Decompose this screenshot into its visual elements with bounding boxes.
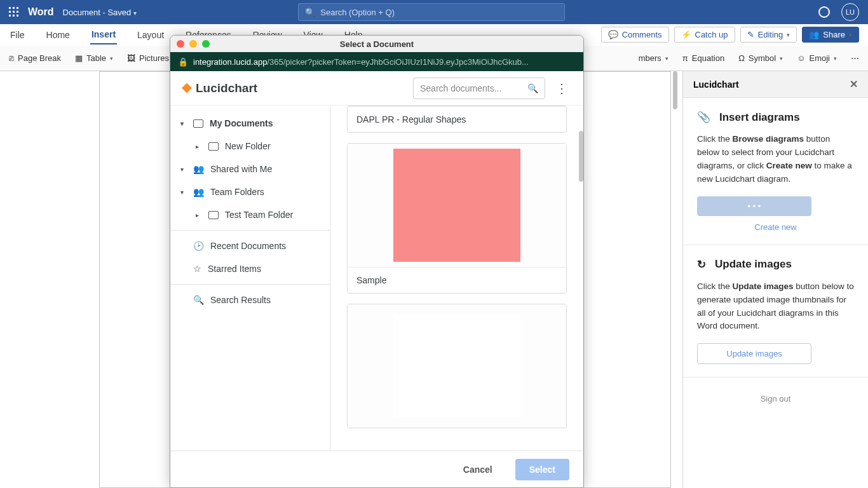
symbol-button[interactable]: ΩSymbol▾ xyxy=(738,53,783,63)
dialog-titlebar: Select a Document xyxy=(170,36,583,52)
document-card[interactable] xyxy=(347,304,567,428)
document-card-label: Sample xyxy=(348,267,566,293)
sidebar-item-starred[interactable]: ☆Starred Items xyxy=(170,257,330,280)
document-card[interactable]: DAPL PR - Regular Shapes xyxy=(347,105,567,133)
search-documents-input[interactable]: Search documents... 🔍 xyxy=(413,78,545,99)
symbol-icon: Ω xyxy=(738,53,745,63)
paperclip-icon: 📎 xyxy=(697,111,710,124)
sidebar-item-shared[interactable]: ▾👥Shared with Me xyxy=(170,158,330,180)
signout-link[interactable]: Sign out xyxy=(683,377,868,420)
document-picker-dialog: Select a Document 🔒 integration.lucid.ap… xyxy=(170,35,584,488)
more-button[interactable]: ⋯ xyxy=(851,53,859,63)
document-thumbnail xyxy=(348,304,566,428)
diamond-icon xyxy=(182,83,192,93)
lucidchart-logo: Lucidchart xyxy=(182,81,257,95)
table-button[interactable]: ▦Table▾ xyxy=(75,53,113,63)
settings-icon[interactable] xyxy=(818,6,830,18)
tab-home[interactable]: Home xyxy=(45,26,71,44)
picker-footer: Cancel Select xyxy=(170,451,583,487)
update-images-section: ↻Update images Click the Update images b… xyxy=(683,245,868,378)
page-break-button[interactable]: ⎚Page Break xyxy=(9,53,61,63)
search-input[interactable]: 🔍 Search (Option + Q) xyxy=(298,3,565,21)
pictures-button[interactable]: 🖼Pictures xyxy=(127,53,169,63)
emoji-button[interactable]: ☺Emoji▾ xyxy=(797,53,837,63)
folder-icon xyxy=(193,119,203,128)
picker-sidebar: ▾My Documents ▸New Folder ▾👥Shared with … xyxy=(170,105,330,451)
dialog-title: Select a Document xyxy=(170,39,583,49)
equation-icon: π xyxy=(682,53,688,63)
select-button[interactable]: Select xyxy=(515,459,569,480)
panel-title: Lucidchart xyxy=(693,79,739,90)
editing-button[interactable]: ✎ Editing ▾ xyxy=(740,27,797,43)
document-card[interactable]: Sample xyxy=(347,143,567,294)
chevron-right-icon: ▸ xyxy=(196,212,202,219)
scrollbar[interactable] xyxy=(673,71,677,109)
sidebar-item-mydocs[interactable]: ▾My Documents xyxy=(170,112,330,135)
user-avatar[interactable]: LU xyxy=(841,3,859,21)
cancel-button[interactable]: Cancel xyxy=(449,459,506,480)
search-icon: 🔍 xyxy=(193,295,204,305)
close-icon[interactable]: ✕ xyxy=(850,78,858,90)
sidebar-item-recent[interactable]: 🕑Recent Documents xyxy=(170,234,330,257)
table-icon: ▦ xyxy=(75,53,83,63)
url-bar: 🔒 integration.lucid.app/365/picker?picke… xyxy=(170,52,583,71)
tab-layout[interactable]: Layout xyxy=(136,26,165,44)
app-launcher-icon[interactable] xyxy=(9,7,19,17)
comments-button[interactable]: 💬 Comments xyxy=(601,27,669,43)
chevron-down-icon: ▾ xyxy=(180,166,187,173)
clock-icon: 🕑 xyxy=(193,241,204,251)
sidebar-item-testteam[interactable]: ▸Test Team Folder xyxy=(170,203,330,226)
chevron-down-icon: ▾ xyxy=(180,120,187,127)
create-new-link[interactable]: Create new xyxy=(697,222,854,232)
search-icon: 🔍 xyxy=(527,83,538,93)
equation-button[interactable]: πEquation xyxy=(682,53,724,63)
people-icon: 👥 xyxy=(193,164,204,174)
document-card-label: DAPL PR - Regular Shapes xyxy=(348,106,566,132)
sidebar-item-team[interactable]: ▾👥Team Folders xyxy=(170,180,330,203)
document-grid: DAPL PR - Regular Shapes Sample xyxy=(330,105,583,451)
document-thumbnail xyxy=(348,144,566,267)
star-icon: ☆ xyxy=(193,264,201,274)
folder-icon xyxy=(208,142,219,151)
emoji-icon: ☺ xyxy=(797,53,805,63)
app-name: Word xyxy=(28,6,54,18)
numbers-button[interactable]: mbers▾ xyxy=(639,53,668,63)
lock-icon: 🔒 xyxy=(178,57,188,67)
team-icon: 👥 xyxy=(193,187,204,197)
insert-diagrams-section: 📎Insert diagrams Click the Browse diagra… xyxy=(683,98,868,245)
chevron-down-icon[interactable]: ▾ xyxy=(133,10,137,17)
search-icon: 🔍 xyxy=(305,8,315,17)
chevron-down-icon: ▾ xyxy=(180,189,187,196)
tab-file[interactable]: File xyxy=(9,26,26,44)
folder-icon xyxy=(208,211,219,219)
panel-header: Lucidchart ✕ xyxy=(683,71,868,98)
refresh-icon: ↻ xyxy=(697,258,706,271)
section-description: Click the Update images button below to … xyxy=(697,280,854,334)
update-images-button[interactable]: Update images xyxy=(697,343,811,364)
share-button[interactable]: 👥 Share ▾ xyxy=(802,27,859,43)
document-name[interactable]: Document - Saved▾ xyxy=(63,8,137,17)
scrollbar[interactable] xyxy=(579,131,583,182)
picture-icon: 🖼 xyxy=(127,53,135,63)
kebab-menu-icon[interactable]: ⋮ xyxy=(552,81,572,96)
catchup-button[interactable]: ⚡ Catch up xyxy=(674,27,735,43)
lucidchart-panel: Lucidchart ✕ 📎Insert diagrams Click the … xyxy=(682,71,868,488)
titlebar: Word Document - Saved▾ 🔍 Search (Option … xyxy=(0,0,868,24)
browse-diagrams-button[interactable]: • • • xyxy=(697,196,811,216)
tab-insert[interactable]: Insert xyxy=(90,25,117,44)
chevron-right-icon: ▸ xyxy=(196,143,202,150)
section-description: Click the Browse diagrams button below t… xyxy=(697,133,854,186)
sidebar-item-search-results[interactable]: 🔍Search Results xyxy=(170,288,330,311)
page-break-icon: ⎚ xyxy=(9,53,14,63)
sidebar-item-newfolder[interactable]: ▸New Folder xyxy=(170,135,330,158)
picker-header: Lucidchart Search documents... 🔍 ⋮ xyxy=(170,71,583,105)
